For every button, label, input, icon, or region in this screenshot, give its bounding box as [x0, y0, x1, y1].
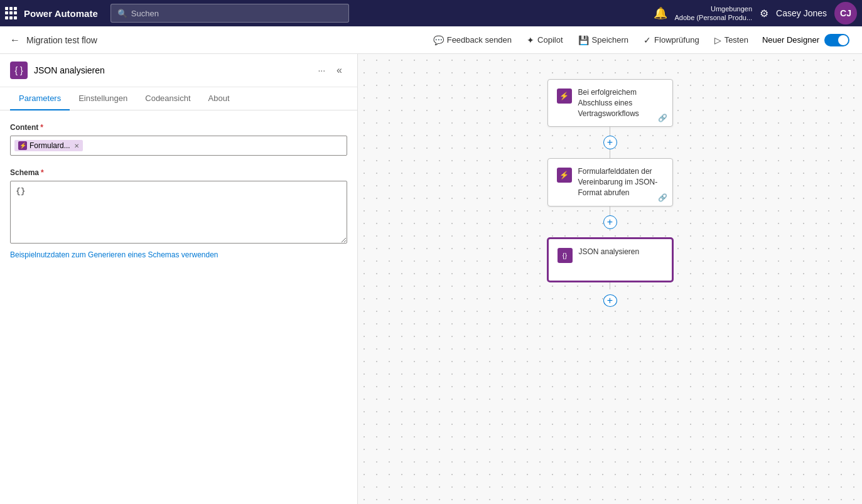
canvas-area: ⚡ Bei erfolgreichem Abschluss eines Vert…: [358, 54, 862, 504]
feedback-icon: 💬: [433, 35, 444, 45]
connector-line-2: [610, 206, 611, 215]
tag-icon: ⚡: [18, 141, 27, 150]
save-button[interactable]: 💾 Speichern: [572, 31, 635, 49]
new-designer-toggle[interactable]: [824, 34, 849, 46]
avatar[interactable]: CJ: [834, 2, 857, 24]
test-icon: ▷: [714, 35, 721, 45]
new-designer-wrap: Neuer Designer: [757, 31, 854, 49]
save-label: Speichern: [592, 35, 629, 45]
environment-info[interactable]: Umgebungen Adobe (Personal Produ...: [675, 4, 753, 23]
tab-einstellungen[interactable]: Einstellungen: [70, 87, 136, 110]
bottom-connector: +: [603, 282, 617, 307]
flow-node-2[interactable]: ⚡ Formularfelddaten der Vereinbarung im …: [547, 158, 673, 206]
panel-icon: { }: [10, 62, 28, 79]
flow-node-1[interactable]: ⚡ Bei erfolgreichem Abschluss eines Vert…: [547, 79, 673, 127]
panel-body: Content * ⚡ Formulard... ✕ Schema * {}: [0, 110, 357, 284]
content-tag: ⚡ Formulard... ✕: [14, 140, 83, 151]
node-1-icon: ⚡: [557, 88, 572, 104]
new-designer-label: Neuer Designer: [762, 35, 819, 45]
panel-actions: ··· «: [314, 62, 347, 78]
add-step-1-button[interactable]: +: [603, 136, 617, 149]
schema-field-group: Schema * {} Beispielnutzdaten zum Generi…: [10, 168, 347, 259]
panel-header: { } JSON analysieren ··· «: [0, 54, 357, 87]
copilot-label: Copilot: [537, 35, 563, 45]
schema-required: *: [41, 168, 44, 177]
bottom-line: [610, 282, 611, 289]
collapse-button[interactable]: «: [331, 62, 347, 78]
sample-data-link[interactable]: Beispielnutzdaten zum Generieren eines S…: [10, 250, 218, 259]
schema-label: Schema *: [10, 168, 347, 177]
content-required: *: [40, 123, 43, 132]
node-2-icon: ⚡: [557, 168, 572, 183]
tag-text: Formulard...: [30, 141, 70, 150]
content-field-group: Content * ⚡ Formulard... ✕: [10, 123, 347, 156]
env-label: Umgebungen: [675, 4, 753, 13]
node-1-link-icon: 🔗: [658, 114, 667, 122]
node-2-link-icon: 🔗: [658, 193, 667, 202]
flow-check-icon: ✓: [644, 35, 651, 45]
connector-1: +: [610, 127, 611, 158]
copilot-button[interactable]: ✦ Copilot: [520, 31, 569, 49]
top-navigation: Power Automate 🔍 🔔 Umgebungen Adobe (Per…: [0, 0, 862, 26]
panel-more-button[interactable]: ···: [314, 62, 329, 78]
search-input[interactable]: [131, 9, 342, 18]
add-step-bottom-button[interactable]: +: [603, 294, 617, 307]
settings-icon[interactable]: ⚙: [760, 8, 768, 19]
flow-node-3[interactable]: {} JSON analysieren: [547, 238, 673, 282]
tag-close-button[interactable]: ✕: [74, 142, 79, 149]
node-1-text: Bei erfolgreichem Abschluss eines Vertra…: [578, 87, 664, 119]
content-label: Content *: [10, 123, 347, 132]
schema-textarea[interactable]: {}: [10, 181, 347, 244]
connector-2: +: [610, 206, 611, 238]
left-panel: { } JSON analysieren ··· « Parameters Ei…: [0, 54, 358, 504]
tab-parameters[interactable]: Parameters: [10, 87, 70, 110]
bell-icon[interactable]: 🔔: [654, 6, 667, 20]
secondary-toolbar: ← Migration test flow 💬 Feedback senden …: [0, 26, 862, 54]
env-name: Adobe (Personal Produ...: [675, 13, 753, 22]
toolbar-actions: 💬 Feedback senden ✦ Copilot 💾 Speichern …: [427, 31, 854, 49]
node-3-icon: {}: [558, 248, 573, 263]
search-icon: 🔍: [117, 9, 127, 18]
app-grid-icon[interactable]: [5, 7, 18, 19]
node-2-text: Formularfelddaten der Vereinbarung im JS…: [578, 166, 664, 198]
back-button[interactable]: ←: [8, 32, 23, 48]
tab-codeansicht[interactable]: Codeansicht: [136, 87, 199, 110]
flow-check-button[interactable]: ✓ Flowprüfung: [637, 31, 706, 49]
search-box[interactable]: 🔍: [110, 4, 349, 23]
app-title: Power Automate: [24, 8, 98, 19]
top-nav-right: 🔔 Umgebungen Adobe (Personal Produ... ⚙ …: [654, 2, 857, 24]
test-button[interactable]: ▷ Testen: [708, 31, 755, 49]
save-icon: 💾: [578, 35, 589, 45]
connector-line-1b: [610, 149, 611, 158]
test-label: Testen: [725, 35, 748, 45]
tab-about[interactable]: About: [200, 87, 239, 110]
add-step-2-button[interactable]: +: [603, 215, 617, 229]
flow-container: ⚡ Bei erfolgreichem Abschluss eines Vert…: [547, 79, 673, 307]
feedback-button[interactable]: 💬 Feedback senden: [427, 31, 518, 49]
panel-title: JSON analysieren: [34, 65, 308, 75]
copilot-icon: ✦: [527, 35, 534, 45]
feedback-label: Feedback senden: [447, 35, 512, 45]
tabs: Parameters Einstellungen Codeansicht Abo…: [0, 87, 357, 110]
node-3-text: JSON analysieren: [579, 247, 663, 257]
user-name: Casey Jones: [776, 8, 827, 18]
flow-title: Migration test flow: [26, 35, 97, 45]
content-tag-input[interactable]: ⚡ Formulard... ✕: [10, 136, 347, 156]
main-content: { } JSON analysieren ··· « Parameters Ei…: [0, 54, 862, 504]
flow-check-label: Flowprüfung: [654, 35, 699, 45]
